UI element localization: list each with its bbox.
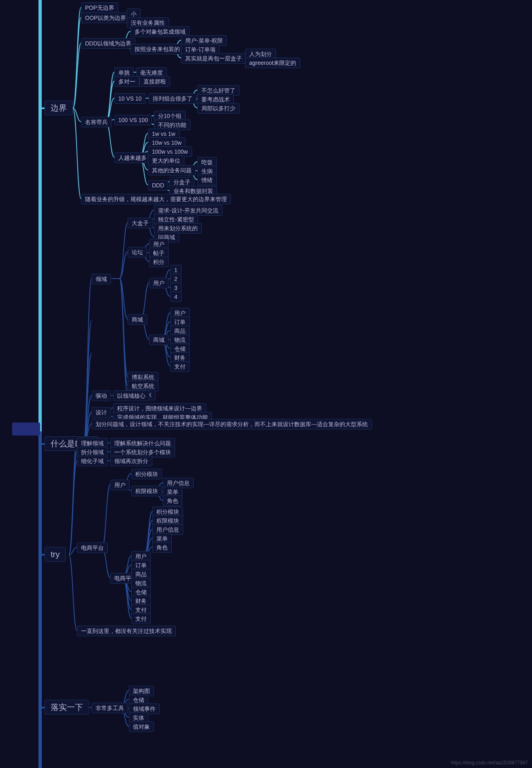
node: 商城: [128, 314, 147, 325]
node: agreeroot来限定的: [245, 58, 300, 68]
node: DDD以领域为边界: [81, 38, 135, 49]
node: 划分问题域，设计领域，不关注技术的实现---详尽的需求分析，而不上来就设计数据库…: [92, 419, 372, 429]
node: 随着业务的升级，规模越来越大，需要更大的边界来管理: [81, 194, 231, 204]
node: 人越来越多: [114, 152, 151, 163]
node: 驱动: [92, 390, 111, 401]
node: DDD: [148, 180, 168, 191]
node: 10 VS 10: [114, 93, 146, 104]
node: 角色: [163, 496, 182, 506]
node: 领域: [92, 274, 111, 284]
node: 电商平台: [77, 543, 108, 553]
node: 领域再次拆分: [110, 456, 152, 466]
node: 排列组合很多了: [149, 93, 197, 104]
branch-try: try: [45, 547, 66, 562]
node: 以领域核心: [113, 390, 150, 401]
trunk-upper: [38, 0, 42, 431]
node: 名将带兵: [81, 117, 112, 127]
node: 直接群殴: [139, 76, 170, 87]
node: 大盒子: [128, 218, 153, 228]
node: 多对一: [114, 76, 139, 87]
node: OOP以类为边界: [81, 13, 130, 23]
node: 角色: [152, 542, 172, 553]
node: 用户: [110, 480, 130, 490]
node: 100 VS 100: [114, 115, 152, 125]
watermark: https://blog.csdn.net/aa2528877987: [451, 760, 528, 766]
node: 按照业务来包装的: [130, 44, 184, 54]
node: 论坛: [128, 247, 147, 257]
connector-lines: [0, 0, 532, 768]
node: 设计: [92, 407, 111, 418]
node: 积分: [149, 257, 169, 267]
node: 支付: [170, 361, 190, 372]
node: 4: [170, 292, 182, 302]
node: 商城: [149, 335, 169, 345]
root-node: DDD: [12, 423, 40, 435]
node: 一直到这里，都没有关注过技术实现: [77, 626, 176, 636]
node: 支付: [131, 614, 151, 624]
node: 细化子域: [77, 456, 108, 466]
node: 其他的业务问题: [148, 165, 196, 176]
trunk-lower: [38, 431, 42, 768]
node: 值对象: [129, 721, 154, 732]
node: 其实就是再包一层盒子: [181, 53, 246, 64]
node: 更大的单位: [148, 155, 184, 166]
branch-boundary: 边界: [45, 101, 73, 115]
node: 权限模块: [131, 486, 162, 496]
node: 积分模块: [131, 469, 162, 479]
node: 情绪: [197, 175, 217, 185]
node: 局部以多打少: [197, 103, 239, 114]
node: 用户: [149, 278, 169, 288]
node: 非常多工具: [92, 703, 128, 713]
node: 多个对象包装成领域: [130, 26, 190, 37]
node: POP无边界: [81, 2, 118, 13]
branch-implement: 落实一下: [45, 700, 89, 714]
